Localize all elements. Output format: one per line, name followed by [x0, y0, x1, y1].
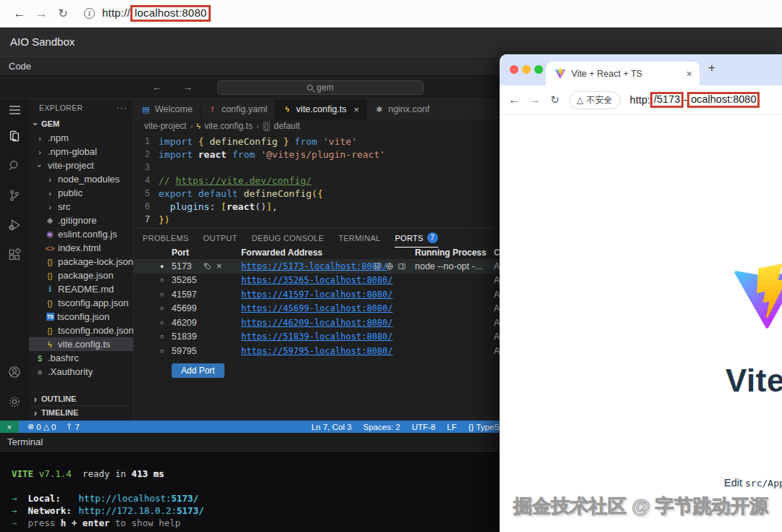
panel-tab-debug-console[interactable]: DEBUG CONSOLE	[252, 229, 324, 248]
editor-tab-config-yaml[interactable]: !config.yaml	[201, 99, 275, 119]
back-icon[interactable]: ←	[508, 93, 520, 106]
port-row-35265[interactable]: ○35265https://35265-localhost:8080/A	[134, 274, 500, 288]
new-tab-icon[interactable]: +	[708, 61, 715, 75]
chrome-address-bar[interactable]: http:/5173-ocalhost:8080	[630, 92, 760, 108]
command-center-search[interactable]: gem	[217, 80, 424, 95]
status-item-ln[interactable]: Ln 7, Col 3	[311, 423, 352, 431]
tree-item--npm[interactable]: ›.npm	[29, 131, 133, 145]
forwarded-address-link[interactable]: https://5173-localhost:8080/	[241, 259, 387, 274]
forwarded-address-link[interactable]: https://46209-localhost:8080/	[241, 316, 393, 330]
breadcrumb-item[interactable]: vite.config.ts	[204, 121, 253, 131]
status-item-lf[interactable]: LF	[447, 423, 456, 431]
problems-status[interactable]: ⊗0 △0	[28, 422, 56, 431]
port-idle-dot: ○	[160, 316, 164, 330]
tree-item-vite-project[interactable]: ›vite-project	[29, 159, 133, 172]
port-row-46209[interactable]: ○46209https://46209-localhost:8080/A	[134, 316, 500, 330]
site-info-icon[interactable]: i	[84, 8, 95, 19]
port-number: 59795	[172, 344, 197, 358]
status-item-spaces[interactable]: Spaces: 2	[363, 423, 400, 431]
source-control-icon[interactable]	[0, 180, 29, 210]
sidebar-section-timeline[interactable]: ›TIMELINE	[29, 405, 133, 419]
explorer-icon[interactable]	[0, 121, 29, 151]
editor-area: ▤Welcome!config.yamlϟvite.config.ts×✱ngi…	[134, 99, 500, 421]
url-annotation-box-2: ocalhost:8080	[687, 92, 760, 108]
menu-icon[interactable]	[0, 99, 29, 121]
tree-item-public[interactable]: ›public	[29, 186, 133, 200]
forward-icon[interactable]: →	[529, 93, 541, 106]
forwarded-address-link[interactable]: https://59795-localhost:8080/	[241, 344, 393, 358]
port-row-5173[interactable]: ●5173×https://5173-localhost:8080/node -…	[134, 259, 500, 274]
editor-tab-Welcome[interactable]: ▤Welcome	[134, 99, 201, 119]
port-link-actions[interactable]	[373, 259, 406, 274]
tree-item-tsconfig-node-json[interactable]: {}tsconfig.node.json	[29, 324, 133, 337]
workspace-root[interactable]: › GEM	[29, 117, 133, 131]
add-port-button[interactable]: Add Port	[172, 363, 224, 378]
browser-content: Vite Edit src/App. 掘金技术社区 @ 字节跳动开源	[500, 115, 782, 532]
tab-close-icon[interactable]: ×	[354, 104, 360, 115]
stop-forward-icon[interactable]: ×	[216, 261, 222, 271]
security-badge[interactable]: △不安全	[569, 91, 621, 109]
bottom-panel: PROBLEMSOUTPUTDEBUG CONSOLETERMINALPORTS…	[134, 228, 500, 421]
code-editor[interactable]: 1import { defineConfig } from 'vite'2imp…	[134, 132, 500, 228]
port-row-41597[interactable]: ○41597https://41597-localhost:8080/A	[134, 287, 500, 302]
tree-item-src[interactable]: ›src	[29, 200, 133, 214]
tree-item-vite-config-ts[interactable]: ϟvite.config.ts	[29, 337, 133, 351]
tree-item-package-json[interactable]: {}package.json	[29, 269, 133, 282]
outer-address-bar[interactable]: http://localhost:8080	[102, 5, 211, 22]
panel-tab-ports[interactable]: PORTS7	[395, 229, 437, 248]
history-nav-icons[interactable]: ← →	[152, 81, 201, 93]
back-icon[interactable]: ←	[9, 7, 30, 21]
run-debug-icon[interactable]	[0, 210, 29, 240]
settings-gear-icon[interactable]	[0, 387, 29, 416]
tree-item-node-modules[interactable]: ›node_modules	[29, 172, 133, 186]
terminal-header[interactable]: Terminal	[0, 433, 500, 452]
port-row-actions[interactable]: ×	[203, 259, 222, 274]
tree-item--npm-global[interactable]: ›.npm-global	[29, 145, 133, 159]
forward-icon[interactable]: →	[30, 7, 52, 21]
remote-indicator[interactable]: ×	[0, 421, 19, 433]
reload-icon[interactable]: ↻	[52, 7, 74, 20]
tree-item--Xauthority[interactable]: ≡.Xauthority	[29, 365, 133, 379]
tab-close-icon[interactable]: ×	[686, 68, 692, 80]
forwarded-address-link[interactable]: https://51839-localhost:8080/	[241, 330, 393, 345]
editor-tab-vite-config-ts[interactable]: ϟvite.config.ts×	[275, 99, 367, 119]
explorer-more-icon[interactable]: ···	[117, 103, 127, 113]
breadcrumb-item[interactable]: default	[274, 121, 300, 131]
tree-item--bashrc[interactable]: $.bashrc	[29, 351, 133, 365]
panel-tab-output[interactable]: OUTPUT	[203, 229, 237, 248]
forwarded-address-link[interactable]: https://45699-localhost:8080/	[241, 302, 393, 316]
tree-item-tsconfig-json[interactable]: TStsconfig.json	[29, 310, 133, 324]
port-row-51839[interactable]: ○51839https://51839-localhost:8080/A	[134, 330, 500, 345]
status-item-{}[interactable]: {} TypeS	[468, 423, 500, 431]
code-line-2: 2import react from '@vitejs/plugin-react…	[134, 148, 500, 161]
editor-tab-nginx-conf[interactable]: ✱nginx.conf	[367, 99, 437, 119]
forwarded-address-link[interactable]: https://35265-localhost:8080/	[241, 274, 393, 288]
forwarded-address-link[interactable]: https://41597-localhost:8080/	[241, 287, 393, 302]
tree-item-README-md[interactable]: ℹREADME.md	[29, 282, 133, 296]
tab-label: vite.config.ts	[296, 104, 346, 114]
breadcrumb-item[interactable]: vite-project	[144, 121, 187, 131]
account-icon[interactable]	[0, 357, 29, 387]
extensions-icon[interactable]	[0, 240, 29, 269]
close-window-icon[interactable]	[510, 65, 518, 74]
breadcrumb[interactable]: vite-project›ϟvite.config.ts›{}default	[134, 119, 500, 132]
tree-item-eslint-config-js[interactable]: ◉eslint.config.js	[29, 227, 133, 241]
tree-item--gitignore[interactable]: ◆.gitignore	[29, 214, 133, 227]
tree-item-package-lock-json[interactable]: {}package-lock.json	[29, 255, 133, 269]
tree-item-index-html[interactable]: <>index.html	[29, 241, 133, 255]
browser-tab[interactable]: Vite + React + TS ×	[546, 62, 699, 85]
vite-ready-line: VITE v7.1.4 ready in 413 ms	[12, 468, 500, 480]
sidebar-section-outline[interactable]: ›OUTLINE	[29, 392, 133, 405]
panel-tab-problems[interactable]: PROBLEMS	[143, 229, 189, 248]
reload-icon[interactable]: ↻	[550, 93, 560, 106]
status-item-utf-8[interactable]: UTF-8	[412, 423, 436, 431]
ports-status[interactable]: 7	[65, 423, 80, 431]
search-view-icon[interactable]	[0, 151, 29, 180]
minimize-window-icon[interactable]	[522, 65, 531, 74]
panel-tab-terminal[interactable]: TERMINAL	[338, 229, 380, 248]
maximize-window-icon[interactable]	[534, 65, 543, 74]
port-row-45699[interactable]: ○45699https://45699-localhost:8080/A	[134, 302, 500, 316]
port-row-59795[interactable]: ○59795https://59795-localhost:8080/A	[134, 344, 500, 358]
terminal-output[interactable]: VITE v7.1.4 ready in 413 ms → Local:http…	[0, 452, 500, 529]
tree-item-tsconfig-app-json[interactable]: {}tsconfig.app.json	[29, 296, 133, 310]
